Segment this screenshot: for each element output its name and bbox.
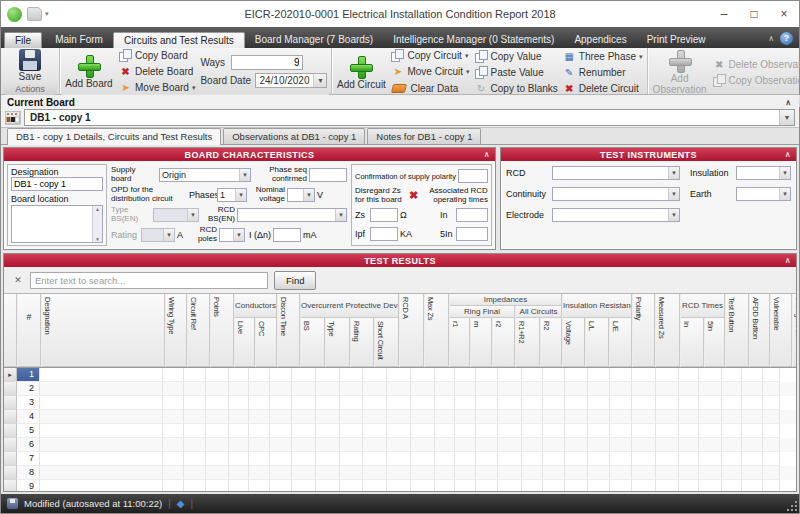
data-cell[interactable] <box>610 368 632 382</box>
data-cell[interactable] <box>40 396 163 410</box>
board-date-picker[interactable]: 24/10/2020 ▼ <box>255 73 327 88</box>
data-cell[interactable] <box>184 396 206 410</box>
data-cell[interactable] <box>742 438 763 452</box>
data-cell[interactable] <box>763 438 780 452</box>
subtab-details[interactable]: DB1 - copy 1 Details, Circuits and Test … <box>7 128 221 145</box>
data-cell[interactable] <box>387 466 411 480</box>
data-cell[interactable] <box>588 410 610 424</box>
find-button[interactable]: Find <box>274 271 316 290</box>
data-cell[interactable] <box>249 396 270 410</box>
add-board-button[interactable]: Add Board <box>64 54 114 90</box>
idn-input[interactable] <box>273 228 301 242</box>
column-header-vulnerable[interactable]: Vulnerable <box>771 294 792 367</box>
data-cell[interactable] <box>679 480 699 491</box>
data-cell[interactable] <box>565 424 588 438</box>
data-cell[interactable] <box>565 480 588 491</box>
data-cell[interactable] <box>206 438 229 452</box>
row-number-cell[interactable]: 6 <box>17 438 40 452</box>
data-cell[interactable] <box>316 396 340 410</box>
table-row[interactable]: 8 <box>4 466 796 480</box>
column-header-live[interactable]: Live <box>235 318 255 367</box>
data-cell[interactable] <box>522 480 543 491</box>
renumber-button[interactable]: ✎ Renumber <box>563 66 643 79</box>
data-cell[interactable] <box>229 480 249 491</box>
data-cell[interactable] <box>498 382 522 396</box>
data-cell[interactable] <box>679 396 699 410</box>
data-cell[interactable] <box>435 396 455 410</box>
data-cell[interactable] <box>411 382 435 396</box>
rcd-poles-select[interactable]: ▼ <box>219 228 245 242</box>
data-cell[interactable] <box>455 424 476 438</box>
ways-input[interactable] <box>231 55 303 70</box>
data-cell[interactable] <box>742 466 763 480</box>
data-cell[interactable] <box>522 424 543 438</box>
tab-main-form[interactable]: Main Form <box>45 32 113 48</box>
data-cell[interactable] <box>565 438 588 452</box>
column-header-wiring-type[interactable]: Wiring Type <box>166 294 187 367</box>
date-dropdown-icon[interactable]: ▼ <box>313 74 326 87</box>
data-cell[interactable] <box>340 452 363 466</box>
subtab-notes[interactable]: Notes for DB1 - copy 1 <box>367 128 481 144</box>
data-cell[interactable] <box>229 382 249 396</box>
supply-polarity-input[interactable] <box>458 169 488 183</box>
data-cell[interactable] <box>763 424 780 438</box>
data-cell[interactable] <box>206 382 229 396</box>
data-cell[interactable] <box>455 382 476 396</box>
data-cell[interactable] <box>679 452 699 466</box>
data-cell[interactable] <box>656 396 679 410</box>
data-cell[interactable] <box>498 438 522 452</box>
phases-select[interactable]: 1▼ <box>217 188 247 202</box>
paste-value-button[interactable]: Paste Value <box>475 66 558 79</box>
data-cell[interactable] <box>435 466 455 480</box>
data-cell[interactable] <box>498 480 522 491</box>
diamond-icon[interactable]: ◆ <box>177 498 185 509</box>
data-cell[interactable] <box>588 438 610 452</box>
data-cell[interactable] <box>249 368 270 382</box>
row-selector[interactable] <box>4 396 17 410</box>
copy-to-blanks-button[interactable]: ↻ Copy to Blanks <box>475 82 558 95</box>
data-cell[interactable] <box>763 396 780 410</box>
data-cell[interactable] <box>522 438 543 452</box>
data-cell[interactable] <box>699 480 722 491</box>
data-cell[interactable] <box>656 480 679 491</box>
data-cell[interactable] <box>184 438 206 452</box>
data-cell[interactable] <box>184 382 206 396</box>
resize-grip-icon[interactable] <box>788 502 797 511</box>
subtab-observations[interactable]: Observations at DB1 - copy 1 <box>223 128 365 144</box>
insulation-instrument-select[interactable]: ▼ <box>736 166 791 180</box>
tab-board-manager[interactable]: Board Manager (7 Boards) <box>245 32 383 48</box>
data-cell[interactable] <box>632 452 656 466</box>
data-cell[interactable] <box>476 424 498 438</box>
column-header-discon-time[interactable]: Discon Time <box>278 294 300 367</box>
data-cell[interactable] <box>340 396 363 410</box>
row-selector[interactable] <box>4 410 17 424</box>
data-cell[interactable] <box>435 382 455 396</box>
data-cell[interactable] <box>411 410 435 424</box>
data-cell[interactable] <box>476 466 498 480</box>
data-cell[interactable] <box>699 466 722 480</box>
data-cell[interactable] <box>722 424 742 438</box>
data-cell[interactable] <box>411 368 435 382</box>
copy-value-button[interactable]: Copy Value <box>475 50 558 63</box>
earth-instrument-select[interactable]: ▼ <box>736 187 791 201</box>
designation-input[interactable] <box>11 177 103 191</box>
search-input[interactable] <box>30 272 268 289</box>
data-cell[interactable] <box>632 466 656 480</box>
data-cell[interactable] <box>565 396 588 410</box>
table-row[interactable]: 6 <box>4 438 796 452</box>
data-cell[interactable] <box>588 466 610 480</box>
data-cell[interactable] <box>340 480 363 491</box>
data-cell[interactable] <box>722 382 742 396</box>
tab-file[interactable]: File <box>4 32 42 48</box>
data-cell[interactable] <box>411 424 435 438</box>
data-cell[interactable] <box>435 410 455 424</box>
data-cell[interactable] <box>40 410 163 424</box>
data-cell[interactable] <box>270 368 292 382</box>
column-header-5in[interactable]: 5In <box>705 318 725 367</box>
data-cell[interactable] <box>363 424 387 438</box>
data-cell[interactable] <box>522 368 543 382</box>
data-cell[interactable] <box>184 480 206 491</box>
data-cell[interactable] <box>40 452 163 466</box>
data-cell[interactable] <box>543 368 565 382</box>
row-selector[interactable] <box>4 480 17 491</box>
